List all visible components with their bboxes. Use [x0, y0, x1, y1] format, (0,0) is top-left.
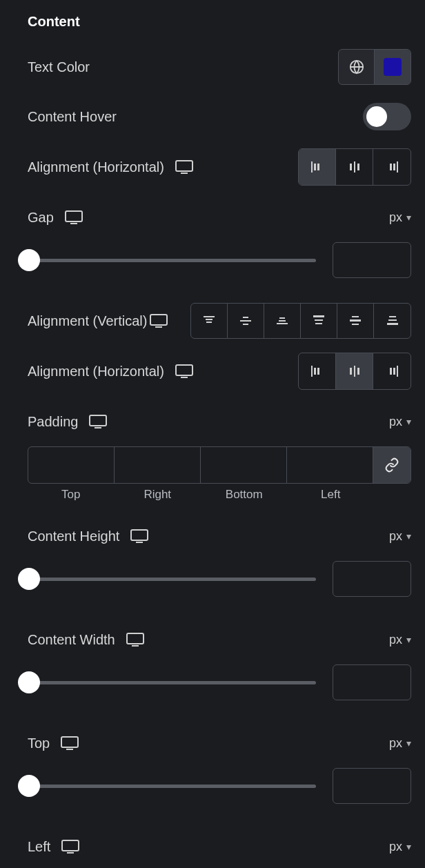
padding-left-input[interactable] — [287, 447, 373, 483]
desktop-icon[interactable] — [150, 314, 168, 328]
padding-label: Padding — [28, 414, 78, 430]
valign-bot-icon — [275, 314, 289, 328]
slider-thumb[interactable] — [18, 775, 40, 797]
desktop-icon[interactable] — [175, 364, 193, 378]
svg-rect-44 — [393, 368, 395, 375]
toggle-knob — [366, 106, 387, 127]
slider-track — [29, 785, 316, 788]
content-hover-toggle[interactable] — [363, 103, 411, 130]
svg-rect-47 — [131, 530, 148, 540]
gap-slider-row — [28, 242, 411, 278]
padding-bottom-input[interactable] — [201, 447, 287, 483]
content-hover-label: Content Hover — [28, 109, 117, 125]
slider-thumb[interactable] — [18, 249, 40, 271]
v-align-label: Alignment (Vertical) — [28, 313, 147, 329]
v-align-group — [190, 303, 411, 339]
content-width-input[interactable] — [333, 664, 411, 700]
svg-rect-39 — [350, 368, 352, 375]
content-width-label: Content Width — [28, 632, 115, 648]
v-align-top[interactable] — [191, 304, 228, 338]
svg-rect-21 — [243, 324, 248, 325]
align-left-icon — [310, 159, 325, 175]
desktop-icon[interactable] — [175, 160, 193, 174]
v-align-stretch-mid[interactable] — [337, 304, 374, 338]
svg-rect-12 — [66, 211, 82, 221]
chevron-down-icon: ▾ — [406, 841, 411, 852]
content-width-unit-text: px — [389, 633, 402, 647]
padding-inputs — [28, 446, 411, 484]
svg-rect-9 — [397, 161, 398, 172]
svg-rect-38 — [317, 368, 319, 375]
svg-rect-30 — [352, 324, 359, 325]
gap-label: Gap — [28, 210, 54, 226]
svg-rect-16 — [204, 316, 215, 317]
v-align-stretch-top[interactable] — [301, 304, 337, 338]
content-height-slider[interactable] — [18, 568, 316, 590]
padding-link-button[interactable] — [373, 447, 411, 483]
svg-rect-32 — [388, 319, 397, 321]
svg-rect-1 — [176, 161, 192, 171]
h-align-2-left[interactable] — [299, 353, 336, 389]
content-width-slider[interactable] — [18, 671, 316, 693]
h-align-1-group — [298, 148, 411, 186]
h-align-2-group — [298, 353, 411, 390]
svg-rect-23 — [279, 320, 286, 322]
padding-top-input[interactable] — [28, 447, 115, 483]
slider-thumb[interactable] — [18, 671, 40, 693]
svg-rect-2 — [181, 172, 188, 174]
v-align-middle[interactable] — [228, 304, 264, 338]
desktop-icon[interactable] — [61, 736, 79, 750]
left-unit-select[interactable]: px ▾ — [389, 840, 411, 854]
desktop-icon[interactable] — [89, 415, 107, 428]
content-height-input[interactable] — [333, 561, 411, 597]
left-unit-text: px — [389, 840, 402, 854]
valign-mid-icon — [239, 314, 253, 328]
svg-rect-5 — [317, 164, 319, 170]
padding-unit-select[interactable]: px ▾ — [389, 415, 411, 429]
text-color-swatch-button[interactable] — [375, 50, 411, 84]
top-slider[interactable] — [18, 775, 316, 797]
h-align-1-right[interactable] — [373, 149, 411, 185]
gap-slider[interactable] — [18, 249, 316, 271]
h-align-2-right[interactable] — [373, 353, 411, 389]
text-color-global-button[interactable] — [339, 50, 375, 84]
padding-left-label: Left — [288, 488, 375, 502]
desktop-icon[interactable] — [65, 210, 83, 224]
svg-rect-19 — [243, 317, 248, 318]
gap-input[interactable] — [333, 242, 411, 278]
v-align-stretch-bot[interactable] — [374, 304, 411, 338]
desktop-icon[interactable] — [130, 529, 148, 543]
link-icon — [384, 457, 399, 473]
h-align-1-left[interactable] — [299, 149, 336, 185]
svg-rect-20 — [240, 320, 251, 322]
gap-unit-select[interactable]: px ▾ — [389, 210, 411, 225]
svg-rect-53 — [62, 840, 79, 851]
svg-rect-33 — [387, 323, 398, 325]
chevron-down-icon: ▾ — [406, 738, 411, 749]
top-input[interactable] — [333, 768, 411, 804]
h-align-2-center[interactable] — [336, 353, 373, 389]
top-unit-select[interactable]: px ▾ — [389, 736, 411, 751]
padding-right-input[interactable] — [115, 447, 201, 483]
svg-rect-43 — [390, 368, 392, 375]
desktop-icon[interactable] — [126, 633, 144, 647]
h-align-1-label: Alignment (Horizontal) — [28, 159, 164, 175]
v-align-bottom[interactable] — [264, 304, 301, 338]
svg-rect-40 — [354, 366, 355, 377]
content-width-unit-select[interactable]: px ▾ — [389, 633, 411, 647]
h-align-1-center[interactable] — [336, 149, 373, 185]
content-height-unit-select[interactable]: px ▾ — [389, 529, 411, 544]
desktop-icon[interactable] — [61, 840, 79, 854]
chevron-down-icon: ▾ — [406, 416, 411, 427]
padding-top-label: Top — [28, 488, 115, 502]
svg-rect-17 — [206, 319, 212, 320]
globe-icon — [349, 59, 364, 75]
content-height-slider-row — [28, 561, 411, 597]
svg-rect-14 — [150, 315, 167, 325]
svg-rect-24 — [277, 323, 288, 324]
padding-unit-text: px — [389, 415, 402, 429]
align-right-icon — [384, 364, 399, 379]
svg-rect-36 — [311, 366, 313, 377]
slider-thumb[interactable] — [18, 568, 40, 590]
svg-rect-4 — [314, 164, 316, 170]
